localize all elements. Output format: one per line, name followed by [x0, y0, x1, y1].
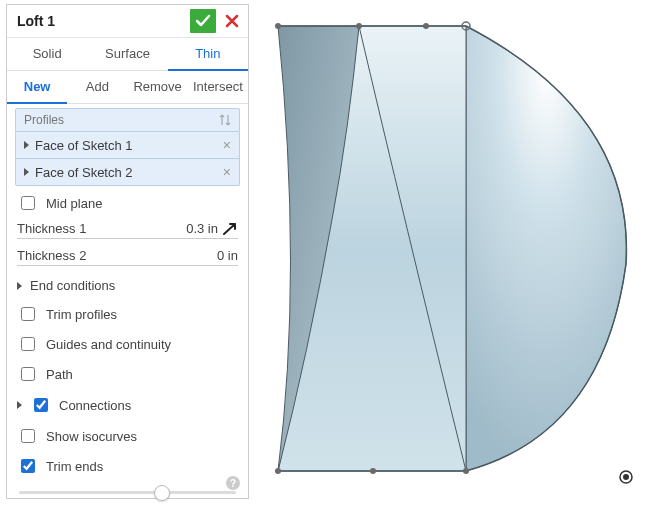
thickness-1-label: Thickness 1 — [17, 221, 86, 236]
option-label: Mid plane — [46, 196, 102, 211]
show-isocurves-checkbox[interactable] — [21, 429, 35, 443]
profile-item-label: Face of Sketch 1 — [35, 138, 133, 153]
option-label: Guides and continuity — [46, 337, 171, 352]
thickness-1-value[interactable]: 0.3 in — [186, 221, 218, 236]
profiles-header[interactable]: Profiles — [15, 108, 240, 132]
chevron-right-icon — [24, 168, 29, 176]
connections-row[interactable]: Connections — [7, 389, 248, 421]
remove-profile-button[interactable]: × — [223, 137, 231, 153]
thickness-2-row: Thickness 2 0 in — [7, 245, 248, 263]
chevron-right-icon — [24, 141, 29, 149]
check-icon — [195, 14, 211, 28]
thickness-2-value[interactable]: 0 in — [217, 248, 238, 263]
flip-direction-icon[interactable] — [222, 222, 238, 236]
boolean-tabs: New Add Remove Intersect — [7, 71, 248, 104]
svg-point-4 — [275, 23, 281, 29]
loft-preview-shape — [263, 14, 643, 494]
profile-item-1[interactable]: Face of Sketch 2 × — [15, 159, 240, 186]
option-trim-profiles[interactable]: Trim profiles — [7, 299, 248, 329]
option-guides[interactable]: Guides and continuity — [7, 329, 248, 359]
trim-profiles-checkbox[interactable] — [21, 307, 35, 321]
option-path[interactable]: Path — [7, 359, 248, 389]
svg-point-10 — [463, 468, 469, 474]
close-icon — [225, 14, 239, 28]
feature-title: Loft 1 — [17, 13, 55, 29]
subtab-remove[interactable]: Remove — [128, 71, 188, 103]
reorder-icon — [219, 113, 231, 127]
option-label: Connections — [59, 398, 131, 413]
chevron-right-icon — [17, 282, 22, 290]
tab-thin[interactable]: Thin — [168, 38, 248, 71]
subtab-add[interactable]: Add — [67, 71, 127, 103]
svg-point-11 — [623, 474, 629, 480]
end-conditions-row[interactable]: End conditions — [7, 272, 248, 299]
option-trim-ends[interactable]: Trim ends — [7, 451, 248, 481]
subtab-intersect[interactable]: Intersect — [188, 71, 248, 103]
trim-ends-checkbox[interactable] — [21, 459, 35, 473]
3d-viewport[interactable] — [249, 0, 652, 510]
mid-plane-checkbox[interactable] — [21, 196, 35, 210]
confirm-button[interactable] — [190, 9, 216, 33]
option-label: Path — [46, 367, 73, 382]
svg-point-8 — [275, 468, 281, 474]
slider-track[interactable] — [19, 491, 236, 494]
thickness-2-label: Thickness 2 — [17, 248, 86, 263]
option-show-isocurves[interactable]: Show isocurves — [7, 421, 248, 451]
option-label: Trim profiles — [46, 307, 117, 322]
svg-point-9 — [370, 468, 376, 474]
option-label: Trim ends — [46, 459, 103, 474]
profiles-label: Profiles — [24, 113, 64, 127]
tab-surface[interactable]: Surface — [87, 38, 167, 70]
profile-item-label: Face of Sketch 2 — [35, 165, 133, 180]
slider-thumb[interactable] — [154, 485, 170, 501]
panel-header: Loft 1 — [7, 5, 248, 38]
remove-profile-button[interactable]: × — [223, 164, 231, 180]
option-label: End conditions — [30, 278, 115, 293]
help-button[interactable]: ? — [226, 476, 240, 490]
thickness-1-row: Thickness 1 0.3 in — [7, 218, 248, 236]
chevron-right-icon — [17, 401, 22, 409]
svg-point-5 — [356, 23, 362, 29]
option-mid-plane[interactable]: Mid plane — [7, 188, 248, 218]
cancel-button[interactable] — [222, 9, 242, 33]
tab-solid[interactable]: Solid — [7, 38, 87, 70]
svg-point-6 — [423, 23, 429, 29]
option-label: Show isocurves — [46, 429, 137, 444]
subtab-new[interactable]: New — [7, 71, 67, 104]
path-checkbox[interactable] — [21, 367, 35, 381]
connections-checkbox[interactable] — [34, 398, 48, 412]
opacity-slider: ? — [7, 481, 248, 498]
feature-panel: Loft 1 Solid Surface Thin New Add Remove… — [6, 4, 249, 499]
profile-item-0[interactable]: Face of Sketch 1 × — [15, 132, 240, 159]
guides-checkbox[interactable] — [21, 337, 35, 351]
type-tabs: Solid Surface Thin — [7, 38, 248, 71]
